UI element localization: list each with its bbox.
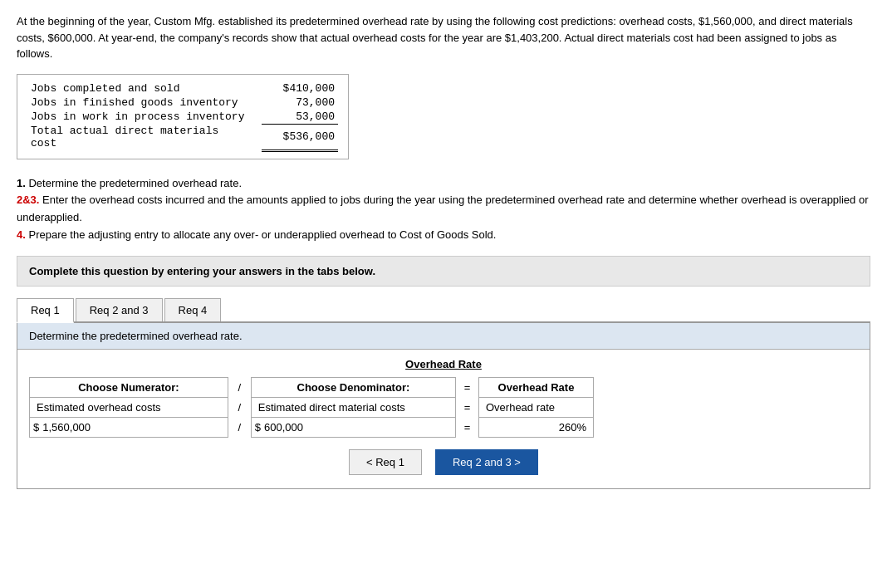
next-button[interactable]: Req 2 and 3 > [435, 449, 538, 475]
instruction-23-label: 2&3. [17, 194, 39, 206]
table-row: Jobs completed and sold $410,000 [27, 81, 338, 96]
instruction-23-text: Enter the overhead costs incurred and th… [17, 194, 869, 223]
tab-req1[interactable]: Req 1 [17, 298, 74, 323]
eq-header: = [455, 377, 478, 397]
nav-buttons: < Req 1 Req 2 and 3 > [29, 449, 858, 475]
job-label: Jobs in work in process inventory [27, 110, 262, 125]
job-amount: $410,000 [262, 81, 338, 96]
tab-req4[interactable]: Req 4 [164, 298, 222, 321]
table-row: Jobs in finished goods inventory 73,000 [27, 96, 338, 110]
row2-eq: = [455, 417, 478, 437]
row2-slash: / [228, 417, 251, 437]
job-amount: 53,000 [262, 110, 338, 125]
overhead-rate-title: Overhead Rate [29, 358, 858, 370]
row1-col1: Estimated overhead costs [30, 397, 228, 417]
row2-col1-cell[interactable]: $ [30, 417, 228, 437]
instruction-4-label: 4. [17, 228, 26, 241]
instruction-1-label: 1. [17, 177, 26, 189]
row1-eq: = [455, 397, 478, 417]
row1-slash: / [228, 397, 251, 417]
overhead-rate-grid: Choose Numerator: / Choose Denominator: … [29, 377, 594, 438]
job-total: $536,000 [262, 124, 338, 150]
prev-button[interactable]: < Req 1 [349, 449, 422, 475]
table-row: Total actual direct materialscost $536,0… [27, 124, 338, 150]
tab-req23[interactable]: Req 2 and 3 [76, 298, 163, 321]
instruction-4-text: Prepare the adjusting entry to allocate … [28, 228, 496, 241]
tab-header-text: Determine the predetermined overhead rat… [29, 330, 243, 342]
col2-header: Choose Denominator: [251, 377, 455, 397]
col1-header: Choose Numerator: [30, 377, 228, 397]
table-row: Jobs in work in process inventory 53,000 [27, 110, 338, 125]
tab-req23-label: Req 2 and 3 [90, 304, 149, 316]
complete-box: Complete this question by entering your … [17, 256, 870, 287]
instructions-block: 1. Determine the predetermined overhead … [17, 175, 870, 244]
next-button-label: Req 2 and 3 > [453, 456, 521, 468]
dollar-sign-1: $ [33, 421, 39, 434]
overhead-row1: Estimated overhead costs / Estimated dir… [30, 397, 594, 417]
overhead-row2: $ / $ = 260% [30, 417, 594, 437]
overhead-table-area: Overhead Rate Choose Numerator: / Choose… [17, 350, 870, 488]
tab-req1-label: Req 1 [31, 304, 60, 316]
job-label: Jobs completed and sold [27, 81, 262, 96]
row2-result: 260% [478, 417, 593, 437]
job-amount: 73,000 [262, 96, 338, 110]
jobs-table-box: Jobs completed and sold $410,000 Jobs in… [17, 74, 349, 159]
tab-content-header: Determine the predetermined overhead rat… [17, 323, 870, 350]
col3-header: Overhead Rate [478, 377, 593, 397]
denominator-input[interactable] [264, 421, 452, 434]
job-label: Jobs in finished goods inventory [27, 96, 262, 110]
prev-button-label: < Req 1 [366, 456, 404, 468]
slash-header: / [228, 377, 251, 397]
numerator-input[interactable] [42, 421, 224, 434]
tab-req4-label: Req 4 [179, 304, 208, 316]
row1-col3: Overhead rate [478, 397, 593, 417]
tabs-row: Req 1 Req 2 and 3 Req 4 [17, 298, 870, 323]
intro-paragraph: At the beginning of the year, Custom Mfg… [17, 13, 870, 62]
tab-content: Determine the predetermined overhead rat… [17, 323, 870, 489]
job-label: Total actual direct materialscost [27, 124, 262, 150]
dollar-sign-2: $ [255, 421, 261, 434]
row2-col2-cell[interactable]: $ [251, 417, 455, 437]
instruction-1-text: Determine the predetermined overhead rat… [28, 177, 242, 189]
row1-col2: Estimated direct material costs [251, 397, 455, 417]
complete-box-text: Complete this question by entering your … [29, 265, 375, 277]
